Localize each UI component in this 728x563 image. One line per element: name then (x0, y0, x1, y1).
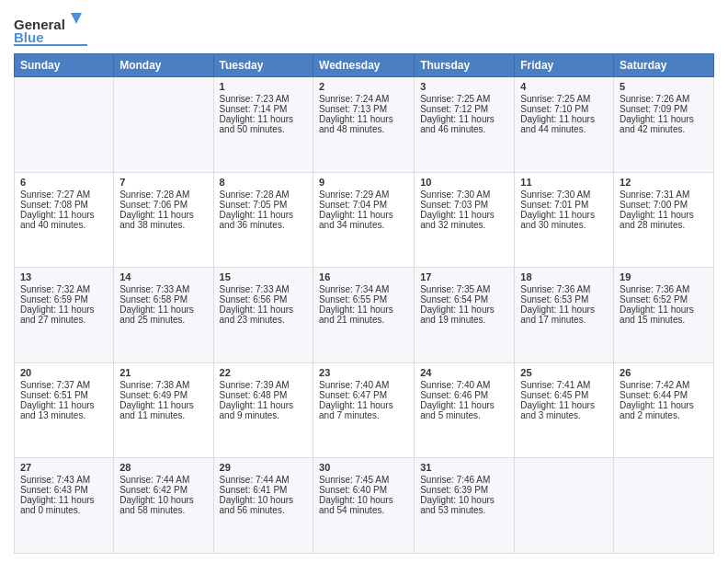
day-number: 14 (119, 271, 207, 282)
sunrise: Sunrise: 7:30 AM (420, 190, 490, 200)
day-number: 7 (119, 177, 207, 188)
daylight: Daylight: 11 hours and 44 minutes. (520, 114, 595, 134)
daylight: Daylight: 11 hours and 9 minutes. (220, 400, 294, 420)
sunrise: Sunrise: 7:34 AM (319, 284, 389, 294)
sunset: Sunset: 6:59 PM (20, 294, 88, 304)
sunset: Sunset: 6:55 PM (319, 294, 387, 304)
day-number: 1 (220, 81, 308, 92)
calendar-cell: 18Sunrise: 7:36 AMSunset: 6:53 PMDayligh… (515, 268, 614, 363)
daylight: Daylight: 11 hours and 7 minutes. (319, 400, 393, 420)
day-number: 29 (220, 462, 308, 473)
calendar-cell: 27Sunrise: 7:43 AMSunset: 6:43 PMDayligh… (15, 458, 114, 554)
day-number: 4 (520, 81, 608, 92)
daylight: Daylight: 10 hours and 58 minutes. (119, 495, 194, 515)
day-number: 11 (520, 177, 608, 188)
header-wednesday: Wednesday (313, 54, 415, 77)
sunrise: Sunrise: 7:25 AM (420, 94, 490, 104)
daylight: Daylight: 11 hours and 27 minutes. (20, 304, 95, 325)
day-number: 3 (420, 81, 508, 92)
calendar-body: 1Sunrise: 7:23 AMSunset: 7:14 PMDaylight… (15, 77, 714, 554)
sunset: Sunset: 6:52 PM (620, 294, 688, 304)
daylight: Daylight: 11 hours and 34 minutes. (319, 210, 393, 230)
calendar-cell: 22Sunrise: 7:39 AMSunset: 6:48 PMDayligh… (213, 362, 313, 458)
calendar-cell: 12Sunrise: 7:31 AMSunset: 7:00 PMDayligh… (614, 172, 714, 268)
calendar-cell: 1Sunrise: 7:23 AMSunset: 7:14 PMDaylight… (213, 77, 313, 173)
day-number: 17 (420, 271, 508, 282)
calendar-cell: 30Sunrise: 7:45 AMSunset: 6:40 PMDayligh… (313, 458, 415, 554)
sunset: Sunset: 6:58 PM (119, 294, 188, 304)
header-row: Sunday Monday Tuesday Wednesday Thursday… (15, 54, 714, 77)
calendar-cell: 13Sunrise: 7:32 AMSunset: 6:59 PMDayligh… (15, 268, 114, 363)
sunrise: Sunrise: 7:43 AM (20, 475, 90, 485)
sunrise: Sunrise: 7:25 AM (520, 94, 590, 104)
day-number: 12 (620, 177, 708, 188)
sunset: Sunset: 7:06 PM (119, 200, 188, 210)
sunrise: Sunrise: 7:31 AM (620, 190, 689, 200)
day-number: 10 (420, 177, 508, 188)
sunrise: Sunrise: 7:23 AM (220, 94, 290, 104)
calendar-cell: 9Sunrise: 7:29 AMSunset: 7:04 PMDaylight… (313, 172, 415, 268)
calendar-cell: 5Sunrise: 7:26 AMSunset: 7:09 PMDaylight… (614, 77, 714, 173)
daylight: Daylight: 11 hours and 36 minutes. (220, 210, 294, 230)
sunrise: Sunrise: 7:41 AM (520, 380, 590, 390)
daylight: Daylight: 11 hours and 13 minutes. (20, 400, 95, 420)
header-monday: Monday (114, 54, 213, 77)
day-number: 30 (319, 462, 408, 473)
daylight: Daylight: 11 hours and 17 minutes. (520, 304, 595, 325)
svg-rect-3 (14, 44, 87, 46)
day-number: 27 (20, 462, 108, 473)
sunset: Sunset: 7:01 PM (520, 200, 588, 210)
sunset: Sunset: 7:12 PM (420, 104, 488, 114)
calendar-cell (15, 77, 114, 173)
calendar-cell: 11Sunrise: 7:30 AMSunset: 7:01 PMDayligh… (515, 172, 614, 268)
header-tuesday: Tuesday (213, 54, 313, 77)
calendar: Sunday Monday Tuesday Wednesday Thursday… (14, 53, 714, 554)
daylight: Daylight: 10 hours and 53 minutes. (420, 495, 495, 515)
sunrise: Sunrise: 7:28 AM (220, 190, 290, 200)
sunset: Sunset: 6:49 PM (119, 390, 188, 400)
sunrise: Sunrise: 7:30 AM (520, 190, 590, 200)
day-number: 16 (319, 271, 408, 282)
day-number: 25 (520, 367, 608, 378)
calendar-cell: 8Sunrise: 7:28 AMSunset: 7:05 PMDaylight… (213, 172, 313, 268)
sunrise: Sunrise: 7:45 AM (319, 475, 389, 485)
sunset: Sunset: 6:42 PM (119, 485, 188, 495)
sunset: Sunset: 6:43 PM (20, 485, 88, 495)
sunrise: Sunrise: 7:36 AM (520, 284, 590, 294)
calendar-cell: 15Sunrise: 7:33 AMSunset: 6:56 PMDayligh… (213, 268, 313, 363)
calendar-cell: 24Sunrise: 7:40 AMSunset: 6:46 PMDayligh… (415, 362, 515, 458)
sunset: Sunset: 6:51 PM (20, 390, 88, 400)
calendar-cell: 28Sunrise: 7:44 AMSunset: 6:42 PMDayligh… (114, 458, 213, 554)
daylight: Daylight: 11 hours and 21 minutes. (319, 304, 393, 325)
sunrise: Sunrise: 7:29 AM (319, 190, 389, 200)
header: General Blue (14, 9, 714, 46)
sunset: Sunset: 6:48 PM (220, 390, 288, 400)
calendar-cell (614, 458, 714, 554)
sunrise: Sunrise: 7:39 AM (220, 380, 290, 390)
sunrise: Sunrise: 7:42 AM (620, 380, 689, 390)
day-number: 18 (520, 271, 608, 282)
sunrise: Sunrise: 7:46 AM (420, 475, 490, 485)
sunset: Sunset: 6:41 PM (220, 485, 288, 495)
day-number: 20 (20, 367, 108, 378)
sunset: Sunset: 7:09 PM (620, 104, 688, 114)
sunset: Sunset: 6:47 PM (319, 390, 387, 400)
daylight: Daylight: 11 hours and 40 minutes. (20, 210, 95, 230)
calendar-cell: 3Sunrise: 7:25 AMSunset: 7:12 PMDaylight… (415, 77, 515, 173)
daylight: Daylight: 11 hours and 28 minutes. (620, 210, 694, 230)
sunset: Sunset: 6:56 PM (220, 294, 288, 304)
daylight: Daylight: 11 hours and 15 minutes. (620, 304, 694, 325)
day-number: 19 (620, 271, 708, 282)
calendar-cell: 29Sunrise: 7:44 AMSunset: 6:41 PMDayligh… (213, 458, 313, 554)
sunset: Sunset: 7:13 PM (319, 104, 387, 114)
sunset: Sunset: 6:46 PM (420, 390, 488, 400)
sunset: Sunset: 6:45 PM (520, 390, 588, 400)
daylight: Daylight: 11 hours and 48 minutes. (319, 114, 393, 134)
day-number: 22 (220, 367, 308, 378)
sunset: Sunset: 7:00 PM (620, 200, 688, 210)
sunset: Sunset: 6:40 PM (319, 485, 387, 495)
header-thursday: Thursday (415, 54, 515, 77)
calendar-week-4: 20Sunrise: 7:37 AMSunset: 6:51 PMDayligh… (15, 362, 714, 458)
sunrise: Sunrise: 7:26 AM (620, 94, 689, 104)
calendar-cell: 17Sunrise: 7:35 AMSunset: 6:54 PMDayligh… (415, 268, 515, 363)
